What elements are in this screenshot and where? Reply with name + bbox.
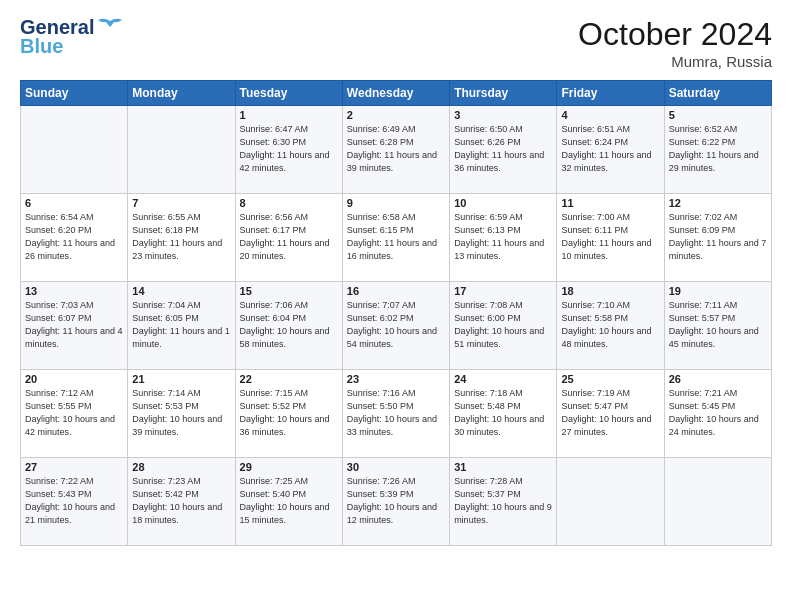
calendar-cell: 17Sunrise: 7:08 AM Sunset: 6:00 PM Dayli… [450,282,557,370]
calendar-cell: 23Sunrise: 7:16 AM Sunset: 5:50 PM Dayli… [342,370,449,458]
day-number: 20 [25,373,123,385]
day-number: 12 [669,197,767,209]
calendar-cell: 27Sunrise: 7:22 AM Sunset: 5:43 PM Dayli… [21,458,128,546]
day-number: 13 [25,285,123,297]
calendar-cell: 13Sunrise: 7:03 AM Sunset: 6:07 PM Dayli… [21,282,128,370]
title-block: October 2024 Mumra, Russia [578,16,772,70]
calendar-week-row: 1Sunrise: 6:47 AM Sunset: 6:30 PM Daylig… [21,106,772,194]
day-info: Sunrise: 7:00 AM Sunset: 6:11 PM Dayligh… [561,211,659,263]
day-number: 21 [132,373,230,385]
day-number: 14 [132,285,230,297]
calendar-cell [557,458,664,546]
day-info: Sunrise: 6:58 AM Sunset: 6:15 PM Dayligh… [347,211,445,263]
day-info: Sunrise: 7:12 AM Sunset: 5:55 PM Dayligh… [25,387,123,439]
calendar-cell: 19Sunrise: 7:11 AM Sunset: 5:57 PM Dayli… [664,282,771,370]
calendar-table: SundayMondayTuesdayWednesdayThursdayFrid… [20,80,772,546]
calendar-cell: 20Sunrise: 7:12 AM Sunset: 5:55 PM Dayli… [21,370,128,458]
logo-bird-icon [96,17,124,39]
calendar-header-cell: Sunday [21,81,128,106]
day-number: 10 [454,197,552,209]
calendar-cell: 12Sunrise: 7:02 AM Sunset: 6:09 PM Dayli… [664,194,771,282]
day-number: 26 [669,373,767,385]
day-info: Sunrise: 7:28 AM Sunset: 5:37 PM Dayligh… [454,475,552,527]
day-info: Sunrise: 6:52 AM Sunset: 6:22 PM Dayligh… [669,123,767,175]
day-number: 8 [240,197,338,209]
calendar-header-cell: Thursday [450,81,557,106]
day-info: Sunrise: 7:06 AM Sunset: 6:04 PM Dayligh… [240,299,338,351]
day-number: 15 [240,285,338,297]
day-number: 3 [454,109,552,121]
calendar-week-row: 13Sunrise: 7:03 AM Sunset: 6:07 PM Dayli… [21,282,772,370]
day-number: 23 [347,373,445,385]
day-info: Sunrise: 6:54 AM Sunset: 6:20 PM Dayligh… [25,211,123,263]
day-info: Sunrise: 7:02 AM Sunset: 6:09 PM Dayligh… [669,211,767,263]
day-info: Sunrise: 7:10 AM Sunset: 5:58 PM Dayligh… [561,299,659,351]
calendar-cell: 4Sunrise: 6:51 AM Sunset: 6:24 PM Daylig… [557,106,664,194]
logo-blue: Blue [20,35,63,58]
day-number: 30 [347,461,445,473]
calendar-header-cell: Monday [128,81,235,106]
day-number: 29 [240,461,338,473]
day-info: Sunrise: 7:23 AM Sunset: 5:42 PM Dayligh… [132,475,230,527]
calendar-cell: 25Sunrise: 7:19 AM Sunset: 5:47 PM Dayli… [557,370,664,458]
day-info: Sunrise: 6:55 AM Sunset: 6:18 PM Dayligh… [132,211,230,263]
day-number: 22 [240,373,338,385]
calendar-header-cell: Wednesday [342,81,449,106]
calendar-cell: 3Sunrise: 6:50 AM Sunset: 6:26 PM Daylig… [450,106,557,194]
day-info: Sunrise: 6:47 AM Sunset: 6:30 PM Dayligh… [240,123,338,175]
day-info: Sunrise: 7:07 AM Sunset: 6:02 PM Dayligh… [347,299,445,351]
day-number: 31 [454,461,552,473]
calendar-cell: 28Sunrise: 7:23 AM Sunset: 5:42 PM Dayli… [128,458,235,546]
calendar-cell: 29Sunrise: 7:25 AM Sunset: 5:40 PM Dayli… [235,458,342,546]
calendar-header-cell: Saturday [664,81,771,106]
day-info: Sunrise: 6:59 AM Sunset: 6:13 PM Dayligh… [454,211,552,263]
calendar-cell: 15Sunrise: 7:06 AM Sunset: 6:04 PM Dayli… [235,282,342,370]
day-info: Sunrise: 7:14 AM Sunset: 5:53 PM Dayligh… [132,387,230,439]
day-number: 16 [347,285,445,297]
day-info: Sunrise: 6:56 AM Sunset: 6:17 PM Dayligh… [240,211,338,263]
calendar-cell: 1Sunrise: 6:47 AM Sunset: 6:30 PM Daylig… [235,106,342,194]
calendar-cell: 9Sunrise: 6:58 AM Sunset: 6:15 PM Daylig… [342,194,449,282]
day-info: Sunrise: 6:51 AM Sunset: 6:24 PM Dayligh… [561,123,659,175]
calendar-cell: 11Sunrise: 7:00 AM Sunset: 6:11 PM Dayli… [557,194,664,282]
location: Mumra, Russia [578,53,772,70]
calendar-cell: 10Sunrise: 6:59 AM Sunset: 6:13 PM Dayli… [450,194,557,282]
calendar-cell: 22Sunrise: 7:15 AM Sunset: 5:52 PM Dayli… [235,370,342,458]
page-header: General Blue October 2024 Mumra, Russia [20,16,772,70]
day-info: Sunrise: 7:15 AM Sunset: 5:52 PM Dayligh… [240,387,338,439]
day-info: Sunrise: 7:25 AM Sunset: 5:40 PM Dayligh… [240,475,338,527]
calendar-cell: 30Sunrise: 7:26 AM Sunset: 5:39 PM Dayli… [342,458,449,546]
day-number: 7 [132,197,230,209]
day-number: 9 [347,197,445,209]
calendar-cell: 8Sunrise: 6:56 AM Sunset: 6:17 PM Daylig… [235,194,342,282]
calendar-cell: 24Sunrise: 7:18 AM Sunset: 5:48 PM Dayli… [450,370,557,458]
day-info: Sunrise: 7:18 AM Sunset: 5:48 PM Dayligh… [454,387,552,439]
day-info: Sunrise: 7:21 AM Sunset: 5:45 PM Dayligh… [669,387,767,439]
logo: General Blue [20,16,124,58]
calendar-cell [664,458,771,546]
calendar-cell: 31Sunrise: 7:28 AM Sunset: 5:37 PM Dayli… [450,458,557,546]
day-info: Sunrise: 6:50 AM Sunset: 6:26 PM Dayligh… [454,123,552,175]
calendar-cell: 6Sunrise: 6:54 AM Sunset: 6:20 PM Daylig… [21,194,128,282]
calendar-header-row: SundayMondayTuesdayWednesdayThursdayFrid… [21,81,772,106]
day-number: 5 [669,109,767,121]
day-info: Sunrise: 7:11 AM Sunset: 5:57 PM Dayligh… [669,299,767,351]
day-number: 25 [561,373,659,385]
day-number: 28 [132,461,230,473]
day-number: 27 [25,461,123,473]
calendar-cell: 2Sunrise: 6:49 AM Sunset: 6:28 PM Daylig… [342,106,449,194]
day-number: 1 [240,109,338,121]
calendar-cell: 5Sunrise: 6:52 AM Sunset: 6:22 PM Daylig… [664,106,771,194]
calendar-cell: 26Sunrise: 7:21 AM Sunset: 5:45 PM Dayli… [664,370,771,458]
day-number: 11 [561,197,659,209]
calendar-cell: 7Sunrise: 6:55 AM Sunset: 6:18 PM Daylig… [128,194,235,282]
day-number: 24 [454,373,552,385]
day-info: Sunrise: 7:08 AM Sunset: 6:00 PM Dayligh… [454,299,552,351]
day-info: Sunrise: 7:19 AM Sunset: 5:47 PM Dayligh… [561,387,659,439]
day-number: 6 [25,197,123,209]
day-info: Sunrise: 7:03 AM Sunset: 6:07 PM Dayligh… [25,299,123,351]
day-number: 2 [347,109,445,121]
day-number: 4 [561,109,659,121]
calendar-week-row: 6Sunrise: 6:54 AM Sunset: 6:20 PM Daylig… [21,194,772,282]
calendar-cell: 16Sunrise: 7:07 AM Sunset: 6:02 PM Dayli… [342,282,449,370]
